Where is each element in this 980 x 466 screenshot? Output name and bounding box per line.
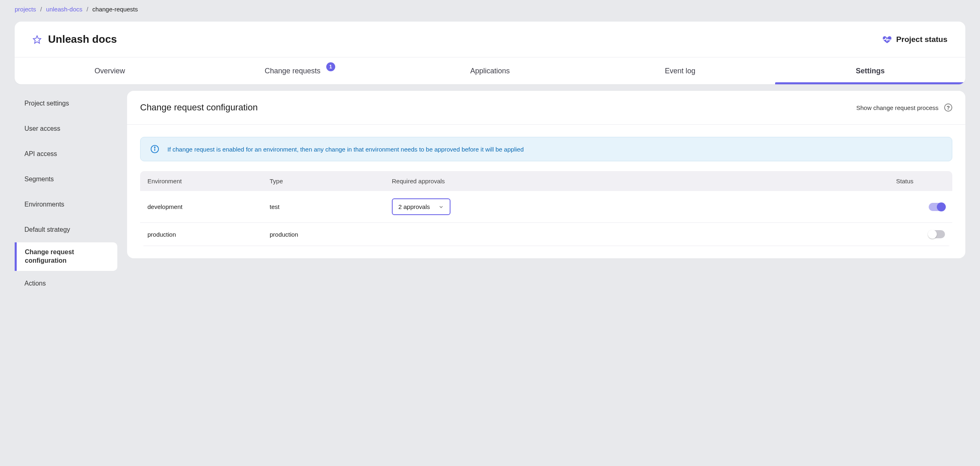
breadcrumb-projects[interactable]: projects [15,6,36,13]
project-status-label: Project status [896,35,947,44]
info-text: If change request is enabled for an envi… [167,146,524,153]
svg-point-3 [154,147,155,148]
tab-overview[interactable]: Overview [15,57,205,84]
breadcrumb-sep: / [86,6,88,13]
row-env: development [147,203,270,210]
help-icon: ? [944,103,952,112]
project-tabs: Overview Change requests 1 Applications … [15,57,965,84]
tab-event-log[interactable]: Event log [585,57,775,84]
project-title: Unleash docs [48,33,117,46]
tab-applications[interactable]: Applications [395,57,585,84]
sidebar-item-segments[interactable]: Segments [15,167,117,192]
svg-marker-0 [33,35,41,43]
col-type: Type [270,178,392,185]
chevron-down-icon [438,204,444,210]
row-env: production [147,231,270,238]
breadcrumb-sep: / [40,6,42,13]
show-process-label: Show change request process [856,104,938,111]
tab-change-requests-label: Change requests [265,67,321,75]
star-icon[interactable] [33,35,42,44]
col-required-approvals: Required approvals [392,178,896,185]
panel-header: Change request configuration Show change… [127,91,965,125]
settings-sidebar: Project settings User access API access … [15,91,117,296]
table-row: production production [140,223,952,246]
breadcrumb: projects / unleash-docs / change-request… [0,0,980,18]
sidebar-item-actions[interactable]: Actions [15,271,117,296]
sidebar-item-environments[interactable]: Environments [15,192,117,217]
sidebar-item-project-settings[interactable]: Project settings [15,91,117,116]
approvals-value: 2 approvals [398,203,430,210]
panel-title: Change request configuration [140,102,258,113]
status-toggle[interactable] [929,230,945,238]
main-panel: Change request configuration Show change… [127,91,965,258]
col-environment: Environment [147,178,270,185]
info-icon [150,145,159,154]
approvals-select[interactable]: 2 approvals [392,198,450,215]
sidebar-item-change-request-config[interactable]: Change request configuration [15,242,117,271]
breadcrumb-current: change-requests [92,6,138,13]
status-toggle[interactable] [929,203,945,211]
table-row: development test 2 approvals [140,191,952,223]
change-requests-badge: 1 [326,62,335,71]
heart-pulse-icon [882,35,892,44]
project-status-button[interactable]: Project status [882,35,947,44]
project-header: Unleash docs Project status [15,22,965,57]
row-type: production [270,231,392,238]
info-banner: If change request is enabled for an envi… [140,137,952,161]
show-process-button[interactable]: Show change request process ? [856,103,952,112]
sidebar-item-default-strategy[interactable]: Default strategy [15,217,117,242]
table-header: Environment Type Required approvals Stat… [140,171,952,191]
sidebar-item-api-access[interactable]: API access [15,141,117,167]
row-type: test [270,203,392,210]
sidebar-item-user-access[interactable]: User access [15,116,117,141]
project-card: Unleash docs Project status Overview Cha… [15,22,965,84]
tab-change-requests[interactable]: Change requests 1 [205,57,395,84]
tab-settings[interactable]: Settings [775,57,965,84]
col-status: Status [896,178,945,185]
breadcrumb-project[interactable]: unleash-docs [46,6,82,13]
config-table: Environment Type Required approvals Stat… [140,171,952,246]
